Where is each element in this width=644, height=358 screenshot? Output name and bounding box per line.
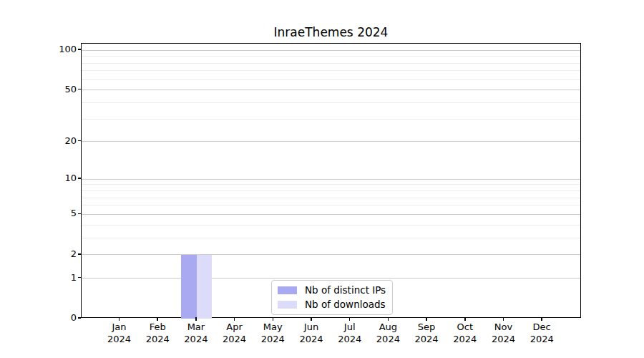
legend-swatch-downloads <box>278 301 297 309</box>
y-tick-mark-50 <box>78 89 82 90</box>
x-tick-mark-jun <box>311 317 312 321</box>
y-tick-label-0: 0 <box>0 312 77 324</box>
y-tick-label-50: 50 <box>0 84 77 95</box>
chart-title: InraeThemes 2024 <box>81 26 581 39</box>
gridline-2 <box>82 254 580 255</box>
y-tick-mark-10 <box>78 178 82 179</box>
y-tick-label-10: 10 <box>0 173 77 184</box>
y-tick-mark-1 <box>78 277 82 279</box>
gridline-1 <box>82 278 580 279</box>
x-tick-month: Dec <box>509 321 574 333</box>
plot-area: Nb of distinct IPs Nb of downloads <box>81 43 581 318</box>
x-tick-mark-nov <box>503 317 504 321</box>
gridline-100 <box>82 50 580 51</box>
gridline-50 <box>82 90 580 90</box>
gridline-7 <box>82 198 580 198</box>
y-tick-label-20: 20 <box>0 135 77 147</box>
bar-mar-series0 <box>181 255 197 319</box>
legend-item-downloads: Nb of downloads <box>278 299 386 311</box>
gridline-60 <box>82 79 580 80</box>
x-tick-mark-may <box>273 317 274 321</box>
x-tick-mark-oct <box>464 317 466 321</box>
legend-label-downloads: Nb of downloads <box>305 299 386 311</box>
gridline-10 <box>82 179 580 180</box>
gridline-40 <box>82 102 580 103</box>
y-tick-label-5: 5 <box>0 208 77 219</box>
gridline-3 <box>82 238 580 238</box>
gridline-6 <box>82 205 580 205</box>
y-tick-mark-20 <box>78 140 82 142</box>
y-tick-label-1: 1 <box>0 272 77 284</box>
gridline-80 <box>82 63 580 64</box>
y-tick-label-100: 100 <box>0 44 77 55</box>
x-tick-mark-jan <box>119 317 120 321</box>
legend: Nb of distinct IPs Nb of downloads <box>271 280 393 315</box>
gridline-20 <box>82 141 580 142</box>
y-tick-mark-2 <box>78 253 82 255</box>
legend-swatch-distinct-ips <box>278 286 297 294</box>
y-tick-mark-100 <box>78 49 82 50</box>
gridline-8 <box>82 190 580 191</box>
gridline-70 <box>82 70 580 71</box>
gridline-9 <box>82 184 580 185</box>
x-tick-mark-dec <box>541 317 542 321</box>
gridline-90 <box>82 56 580 57</box>
x-tick-mark-aug <box>388 317 389 321</box>
x-tick-mark-apr <box>234 317 235 321</box>
x-tick-mark-sep <box>426 317 427 321</box>
x-tick-year: 2024 <box>509 333 574 345</box>
gridline-5 <box>82 214 580 215</box>
chart-figure: InraeThemes 2024 Nb of distinct IPs Nb o… <box>0 0 644 358</box>
gridline-30 <box>82 119 580 120</box>
bar-mar-series1 <box>197 255 213 319</box>
x-tick-mark-jul <box>349 317 351 321</box>
legend-label-distinct-ips: Nb of distinct IPs <box>305 284 386 296</box>
x-tick-mark-feb <box>157 317 158 321</box>
y-tick-mark-5 <box>78 213 82 215</box>
x-tick-label-dec: Dec2024 <box>509 321 574 345</box>
gridline-4 <box>82 225 580 226</box>
y-tick-label-2: 2 <box>0 248 77 260</box>
x-tick-mark-mar <box>195 317 197 321</box>
y-tick-mark-0 <box>78 317 82 319</box>
legend-item-distinct-ips: Nb of distinct IPs <box>278 284 386 296</box>
